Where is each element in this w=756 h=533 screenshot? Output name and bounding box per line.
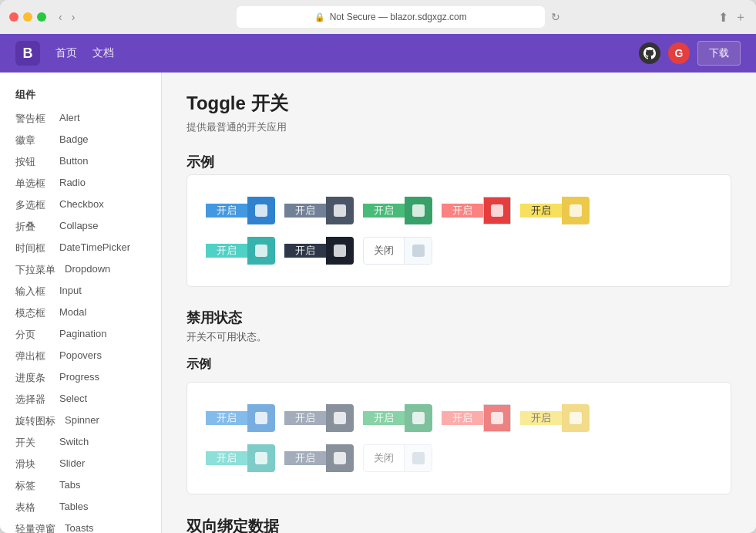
sidebar: 组件 警告框 Alert 徽章 Badge 按钮 Button 单选框 Radi…: [0, 73, 162, 533]
toggle-blue-handle: [247, 197, 275, 224]
disabled-toggle-yellow-label: 开启: [520, 411, 562, 425]
sidebar-item-collapse[interactable]: 折叠 Collapse: [0, 216, 161, 238]
minimize-button[interactable]: [23, 12, 32, 22]
reload-button[interactable]: ↻: [551, 11, 560, 23]
disabled-toggle-red: 开启: [442, 404, 511, 432]
toggle-off-label: 关闭: [364, 244, 404, 258]
lock-icon: 🔒: [314, 12, 325, 22]
sidebar-item-progress[interactable]: 进度条 Progress: [0, 367, 161, 389]
sidebar-item-select[interactable]: 选择器 Select: [0, 389, 161, 410]
section1-title: 示例: [186, 153, 731, 171]
disabled-toggle-row-2: 开启 开启 关闭: [206, 444, 712, 472]
disabled-toggle-gray: 开启: [284, 404, 354, 432]
sidebar-item-dropdown[interactable]: 下拉菜单 Dropdown: [0, 259, 161, 281]
sidebar-item-radio[interactable]: 单选框 Radio: [0, 173, 161, 194]
toggle-red[interactable]: 开启: [442, 197, 511, 224]
sidebar-item-switch[interactable]: 开关 Switch: [0, 432, 161, 454]
header-icons: G 下载: [639, 41, 741, 66]
github-icon[interactable]: [639, 42, 660, 64]
main-nav: 首页 文档: [55, 46, 114, 60]
toggle-yellow[interactable]: 开启: [520, 197, 590, 224]
disabled-toggle-green-handle: [405, 404, 432, 432]
share-button[interactable]: ⬆: [718, 10, 728, 25]
section2-title: 禁用状态: [186, 309, 731, 327]
toggle-red-label: 开启: [442, 204, 483, 218]
toggle-red-handle: [483, 197, 511, 224]
nav-docs[interactable]: 文档: [92, 46, 114, 60]
disabled-toggle-off: 关闭: [363, 444, 432, 472]
disabled-toggle-gray-label: 开启: [284, 411, 326, 425]
sidebar-item-tables[interactable]: 表格 Tables: [0, 497, 161, 518]
disabled-toggle-row-1: 开启 开启 开启 开启: [206, 404, 712, 432]
toggle-gray[interactable]: 开启: [284, 197, 354, 224]
toggle-cyan[interactable]: 开启: [206, 237, 275, 265]
demo-box-2: 开启 开启 开启 开启: [186, 382, 731, 494]
sidebar-item-input[interactable]: 输入框 Input: [0, 281, 161, 302]
sidebar-item-toasts[interactable]: 轻量弹窗 Toasts: [0, 518, 161, 533]
maximize-button[interactable]: [37, 12, 46, 22]
app-window: B 首页 文档 G 下载 组件 警告框: [0, 34, 756, 533]
section2-example-title: 示例: [186, 356, 731, 373]
disabled-toggle-yellow: 开启: [520, 404, 590, 432]
new-tab-button[interactable]: ＋: [734, 9, 747, 25]
close-button[interactable]: [9, 12, 18, 22]
disabled-toggle-gray2-handle: [326, 444, 354, 472]
toggle-gray-label: 开启: [284, 204, 326, 218]
toggle-green[interactable]: 开启: [363, 197, 432, 224]
disabled-toggle-cyan-label: 开启: [206, 451, 247, 465]
sidebar-item-datetimepicker[interactable]: 时间框 DateTimePicker: [0, 238, 161, 259]
disabled-toggle-cyan: 开启: [206, 444, 275, 472]
sidebar-item-slider[interactable]: 滑块 Slider: [0, 454, 161, 475]
sidebar-section-title: 组件: [0, 85, 161, 108]
page-content: Toggle 开关 提供最普通的开关应用 示例 开启 开启: [162, 73, 756, 533]
section2-desc: 开关不可用状态。: [186, 330, 731, 344]
toggle-dark-label: 开启: [284, 244, 326, 258]
browser-titlebar: ‹ › 🔒 Not Secure — blazor.sdgxgz.com ↻ ⬆…: [0, 0, 756, 34]
address-bar-container: 🔒 Not Secure — blazor.sdgxgz.com ↻: [84, 6, 712, 28]
toggle-blue[interactable]: 开启: [206, 197, 275, 224]
toggle-row-2: 开启 开启 关闭: [206, 237, 712, 265]
sidebar-item-tabs[interactable]: 标签 Tabs: [0, 475, 161, 497]
app-header: B 首页 文档 G 下载: [0, 34, 756, 73]
download-button[interactable]: 下载: [697, 41, 741, 66]
nav-home[interactable]: 首页: [55, 46, 77, 60]
toggle-off-handle: [404, 237, 432, 265]
toggle-off[interactable]: 关闭: [363, 237, 432, 265]
disabled-toggle-yellow-handle: [562, 404, 590, 432]
disabled-toggle-off-handle: [404, 444, 432, 472]
address-bar[interactable]: 🔒 Not Secure — blazor.sdgxgz.com: [237, 6, 545, 28]
sidebar-item-spinner[interactable]: 旋转图标 Spinner: [0, 410, 161, 432]
disabled-toggle-red-handle: [483, 404, 511, 432]
disabled-toggle-gray-handle: [326, 404, 354, 432]
disabled-toggle-cyan-handle: [247, 444, 275, 472]
toggle-cyan-label: 开启: [206, 244, 247, 258]
browser-actions: ⬆ ＋: [718, 9, 747, 25]
section3-title: 双向绑定数据: [186, 516, 731, 533]
toggle-dark-handle: [326, 237, 354, 265]
forward-button[interactable]: ›: [69, 9, 79, 25]
toggle-dark[interactable]: 开启: [284, 237, 354, 265]
toggle-yellow-label: 开启: [520, 204, 562, 218]
demo-box-1: 开启 开启 开启: [186, 174, 731, 287]
toggle-blue-label: 开启: [206, 204, 247, 218]
disabled-toggle-green-label: 开启: [363, 411, 405, 425]
sidebar-item-badge[interactable]: 徽章 Badge: [0, 130, 161, 151]
sidebar-item-checkbox[interactable]: 多选框 Checkbox: [0, 194, 161, 216]
sidebar-item-pagination[interactable]: 分页 Pagination: [0, 324, 161, 346]
disabled-toggle-blue: 开启: [206, 404, 275, 432]
gitee-icon[interactable]: G: [668, 42, 690, 64]
browser-nav-buttons: ‹ ›: [55, 9, 78, 25]
toggle-gray-handle: [326, 197, 354, 224]
sidebar-item-button[interactable]: 按钮 Button: [0, 151, 161, 173]
toggle-yellow-handle: [562, 197, 590, 224]
sidebar-item-modal[interactable]: 模态框 Modal: [0, 302, 161, 324]
toggle-green-label: 开启: [363, 204, 405, 218]
back-button[interactable]: ‹: [55, 9, 66, 25]
page-title: Toggle 开关: [186, 91, 731, 116]
disabled-toggle-off-label: 关闭: [364, 451, 404, 465]
address-text: Not Secure — blazor.sdgxgz.com: [330, 12, 467, 22]
toggle-green-handle: [405, 197, 432, 224]
sidebar-item-popovers[interactable]: 弹出框 Popovers: [0, 346, 161, 367]
brand-logo[interactable]: B: [15, 41, 40, 66]
sidebar-item-alert[interactable]: 警告框 Alert: [0, 108, 161, 130]
